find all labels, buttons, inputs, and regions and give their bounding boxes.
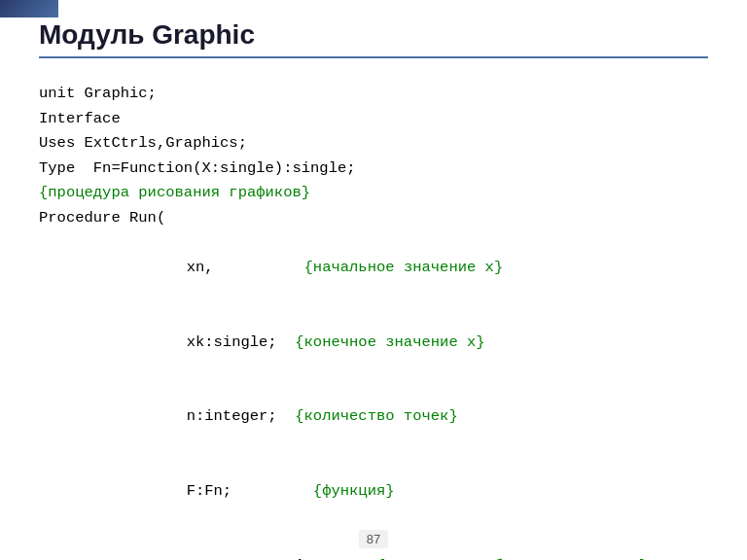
code-block: unit Graphic; Interface Uses ExtCtrls,Gr… [39,82,708,560]
code-line-4: Type Fn=Function(X:single):single; [39,157,708,182]
code-line-8: xk:single; {конечное значение x} [39,305,708,380]
code-line-7: xn, {начальное значение x} [39,230,708,305]
content-area: Модуль Graphic unit Graphic; Interface U… [0,0,747,560]
code-line-10: F:Fn; {функция} [39,454,708,529]
code-line-1: unit Graphic; [39,82,708,107]
slide: Модуль Graphic unit Graphic; Interface U… [0,0,747,560]
slide-title: Модуль Graphic [39,19,708,58]
code-line-6: Procedure Run( [39,206,708,231]
code-line-2: Interface [39,107,708,132]
code-line-3: Uses ExtCtrls,Graphics; [39,131,708,157]
code-line-5: {процедура рисования графиков} [39,181,708,206]
code-line-9: n:integer; {количество точек} [39,380,708,455]
page-number: 87 [359,530,388,548]
top-bar-accent [0,0,58,18]
